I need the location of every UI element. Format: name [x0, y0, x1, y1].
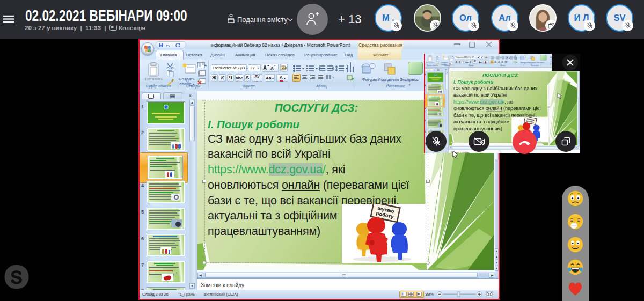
svg-text:A: A: [263, 65, 267, 71]
svg-text:A: A: [478, 56, 480, 59]
svg-text:A: A: [481, 57, 482, 59]
svg-text:ab: ab: [282, 67, 286, 70]
svg-text:A: A: [270, 66, 274, 71]
